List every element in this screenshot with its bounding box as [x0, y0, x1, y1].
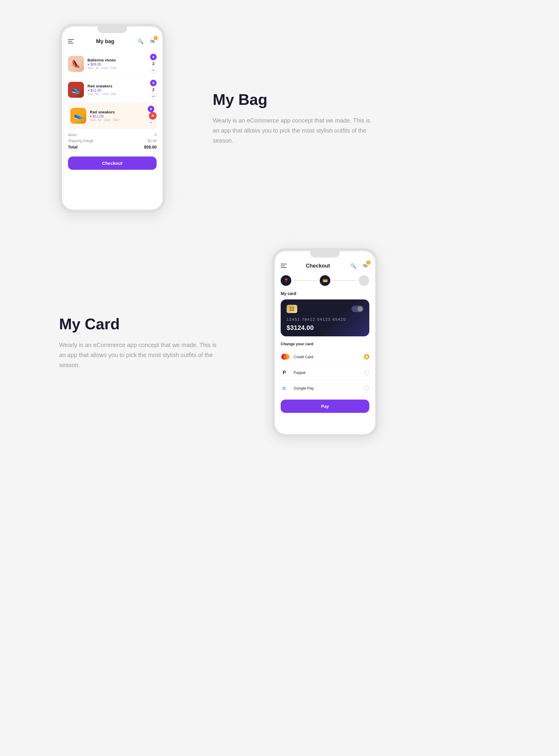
change-card-label: Change your card	[281, 342, 369, 346]
qty-minus-2[interactable]: −	[150, 93, 157, 99]
card-balance: $3124.00	[287, 324, 363, 331]
shipping-value: $2.00	[148, 139, 157, 143]
card-chip-icon	[287, 305, 297, 313]
paypal-label: Paypal	[294, 370, 360, 375]
payment-option-googlepay[interactable]: G Google Pay	[281, 380, 369, 396]
qty-minus-3[interactable]: −	[148, 119, 154, 125]
item-price-3: ● $11.00	[90, 114, 144, 118]
bag-screen-title: My bag	[96, 38, 114, 45]
search-icon[interactable]: 🔍	[136, 37, 145, 45]
shipping-label: Shipping charge	[68, 139, 94, 143]
hamburger-line-2	[68, 41, 72, 42]
item-img-sneaker-yellow: 👟	[70, 108, 86, 124]
googlepay-radio[interactable]	[364, 385, 369, 391]
bag-item-3: 👟 Red sneakers ● $11.00 Size : 42 Color …	[68, 103, 157, 129]
item-qty-2: + 2 −	[150, 80, 157, 99]
total-label: Total	[68, 145, 77, 150]
step-3	[359, 275, 369, 286]
card-visual: 12451 78412 54123 65420 $3124.00	[281, 299, 369, 336]
hamburger-icon[interactable]	[68, 39, 74, 43]
item-meta-3: Size : 42 Color : Red	[90, 118, 144, 122]
checkout-hamburger-line-2	[281, 266, 285, 266]
item-name-2: Red sneakers	[87, 84, 147, 88]
checkout-header-icons: 🔍 🛍 1	[349, 262, 369, 270]
checkout-stepper: 📍 💳	[281, 275, 369, 286]
item-meta-2: Size : 42 Color : Red	[87, 92, 147, 96]
bag-item-1: 👠 Ballerina shoes ● $09.00 Size : 42 Col…	[68, 51, 157, 77]
mybag-desc: Wearly is an eCommerce app concept that …	[213, 115, 378, 145]
summary-items-row: Items : 5	[68, 133, 157, 137]
phone-notch	[97, 27, 127, 33]
cart-badge: 1	[154, 36, 158, 40]
item-img-ballerina: 👠	[68, 56, 84, 72]
item-price-2: ● $11.00	[87, 88, 147, 92]
step-line-2	[333, 280, 356, 281]
paypal-icon: P	[281, 368, 290, 377]
item-info-2: Red sneakers ● $11.00 Size : 42 Color : …	[87, 84, 147, 96]
delete-btn-3[interactable]: ✕	[149, 112, 157, 120]
qty-plus-3[interactable]: +	[148, 106, 154, 112]
svg-text:P: P	[283, 370, 286, 375]
checkout-search-icon[interactable]: 🔍	[349, 262, 358, 270]
pay-button[interactable]: Pay	[281, 399, 369, 413]
mybag-title: My Bag	[213, 91, 378, 108]
section-mycard: My Card Wearly is an eCommerce app conce…	[59, 248, 500, 437]
paypal-radio[interactable]	[364, 370, 369, 375]
hamburger-line-1	[68, 39, 74, 40]
checkout-hamburger-icon[interactable]	[281, 264, 287, 268]
item-name-3: Red sneakers	[90, 110, 144, 114]
mybag-section-text: My Bag Wearly is an eCommerce app concep…	[213, 91, 378, 145]
page-wrapper: My bag 🔍 🛍 1 👠 Ballerina	[0, 0, 559, 756]
item-info-3: Red sneakers ● $11.00 Size : 42 Color : …	[90, 110, 144, 122]
mycard-desc: Wearly is an eCommerce app concept that …	[59, 340, 225, 370]
svg-text:G: G	[283, 386, 286, 391]
googlepay-icon: G	[281, 383, 290, 393]
svg-point-2	[284, 354, 287, 359]
bag-item-2: 👟 Red sneakers ● $11.00 Size : 42 Color …	[68, 77, 157, 103]
section-mybag: My bag 🔍 🛍 1 👠 Ballerina	[59, 24, 500, 213]
radio-inner-cc	[365, 356, 368, 358]
bag-header: My bag 🔍 🛍 1	[68, 37, 157, 45]
checkout-hamburger-line-1	[281, 264, 287, 264]
card-toggle[interactable]	[352, 306, 363, 312]
step-2: 💳	[320, 275, 330, 286]
summary-total-row: Total $59.00	[68, 145, 157, 150]
summary-shipping-row: Shipping charge $2.00	[68, 139, 157, 143]
card-toggle-dot	[358, 306, 363, 312]
checkout-cart-badge: 1	[366, 260, 371, 265]
items-label: Items :	[68, 133, 79, 137]
mycard-title: My Card	[59, 315, 225, 333]
payment-option-paypal[interactable]: P Paypal	[281, 365, 369, 380]
mastercard-icon	[281, 352, 290, 362]
qty-num-1: 2	[152, 62, 154, 66]
credit-card-label: Credit Card	[294, 355, 360, 359]
mybag-screen: My bag 🔍 🛍 1 👠 Ballerina	[62, 27, 162, 177]
checkout-screen: Checkout 🔍 🛍 1 📍	[275, 251, 375, 420]
checkout-button[interactable]: Checkout	[68, 157, 157, 170]
item-img-sneaker-red: 👟	[68, 82, 84, 98]
step-line-1	[294, 280, 317, 281]
qty-plus-2[interactable]: +	[150, 80, 157, 86]
cart-icon-wrapper[interactable]: 🛍 1	[148, 37, 157, 45]
mycard-phone-mockup: Checkout 🔍 🛍 1 📍	[272, 248, 378, 437]
item-price-1: ● $09.00	[87, 62, 147, 66]
credit-card-radio[interactable]	[364, 354, 369, 359]
bag-header-icons: 🔍 🛍 1	[136, 37, 157, 45]
mycard-label: My card	[281, 291, 369, 296]
checkout-cart-icon-wrapper[interactable]: 🛍 1	[361, 262, 369, 270]
mycard-section-text: My Card Wearly is an eCommerce app conce…	[59, 315, 225, 370]
checkout-screen-title: Checkout	[306, 263, 330, 269]
bag-summary: Items : 5 Shipping charge $2.00 Total $5…	[68, 129, 157, 154]
qty-num-2: 2	[152, 87, 154, 92]
total-value: $59.00	[144, 145, 157, 150]
hamburger-line-3	[68, 43, 74, 43]
googlepay-label: Google Pay	[294, 386, 360, 390]
qty-plus-1[interactable]: +	[150, 54, 157, 60]
payment-option-cc[interactable]: Credit Card	[281, 349, 369, 365]
mybag-phone-mockup: My bag 🔍 🛍 1 👠 Ballerina	[59, 24, 165, 213]
card-number: 12451 78412 54123 65420	[287, 317, 363, 322]
item-info-1: Ballerina shoes ● $09.00 Size : 42 Color…	[87, 58, 147, 70]
item-name-1: Ballerina shoes	[87, 58, 147, 62]
qty-minus-1[interactable]: −	[150, 67, 157, 73]
item-meta-1: Size : 42 Color : Pink	[87, 66, 147, 70]
